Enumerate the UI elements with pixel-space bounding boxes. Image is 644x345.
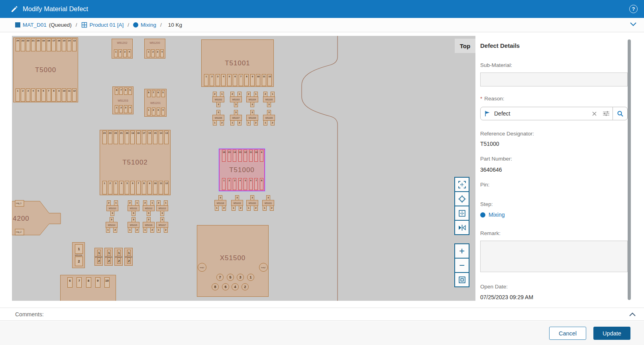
pcb-component-W51018[interactable]: W51018312 [214,195,226,211]
pcb-component-4200[interactable]: mtg_1mtg_24200 [12,200,64,236]
part-number-value: 3640646 [480,167,502,173]
breadcrumb-quantity: 10 Kg [168,22,182,28]
modify-material-defect-window: Modify Material Defect ? MAT_D01 (Queued… [0,0,644,345]
pcb-component-W51200[interactable]: W512001234 [144,39,165,59]
pcb-canvas[interactable]: Top + − T5000242322212019181716151413123 [12,36,475,301]
step-link[interactable]: Mixing [489,212,505,218]
pcb-component-W51015[interactable]: W51015312 [128,217,139,233]
pcb-component-W51102[interactable]: 12W51102 [114,248,123,266]
pcb-component-W51020[interactable]: W51020312 [246,195,258,211]
breadcrumb: MAT_D01 (Queued) / Product 01 [A] / Mixi… [0,18,644,32]
step-icon [133,22,138,27]
pcb-component-W51101[interactable]: 12W51101 [104,248,113,266]
search-icon [617,110,624,117]
zoom-out-button[interactable]: − [454,258,469,273]
zoom-in-button[interactable]: + [454,243,469,259]
pcb-component-W51201[interactable]: W5120187651234 [144,89,167,117]
pcb-component-W51203[interactable]: W5120387651234 [112,86,134,114]
pcb-component-W51104[interactable]: 12W51104 [72,242,85,268]
minus-icon: − [459,261,465,270]
pcb-component-W51003[interactable]: W51003213 [230,92,242,107]
pan-view-icon [458,209,466,218]
comments-section[interactable]: Comments: [0,308,644,321]
view-side-tab[interactable]: Top [455,39,475,53]
breadcrumb-product-link[interactable]: Product 01 [A] [90,22,124,28]
comments-label: Comments: [15,311,44,318]
pcb-component-W51013[interactable]: W51013213 [156,200,168,216]
mirror-view-button[interactable] [454,220,469,235]
fit-view-button[interactable] [454,177,469,192]
pcb-component-W51103[interactable]: 12W51103 [124,248,133,266]
remark-textarea[interactable] [480,241,628,272]
svg-text:4200: 4200 [13,215,29,222]
reason-combobox[interactable]: Defect [480,107,628,120]
pcb-component-X51500[interactable]: X51500body1body275318642 [197,225,269,297]
svg-text:mtg_2: mtg_2 [16,231,22,233]
step-value: Mixing [480,212,505,218]
pcb-component-T51000[interactable]: T5100016151413121110912345678 [219,149,265,191]
material-icon [15,22,20,27]
pcb-component-W51007[interactable]: W51007312 [230,110,242,125]
material-status: (Queued) [49,22,72,28]
chevron-down-icon[interactable] [629,22,638,28]
panel-title: Defect Details [480,42,520,49]
title-bar: Modify Material Defect ? [0,0,644,18]
svg-text:mtg_1: mtg_1 [16,202,22,204]
fit-view-icon [458,180,466,189]
page-title: Modify Material Defect [23,5,88,13]
breadcrumb-material-link[interactable]: MAT_D01 [23,22,47,28]
pcb-component-W51202[interactable]: W512021234 [112,39,133,59]
pcb-component-W51004[interactable]: W51004213 [246,92,258,107]
pcb-component-W51017[interactable]: W51017312 [156,217,168,233]
step-icon [480,212,485,218]
part-number-label: Part Number: [480,156,512,162]
pcb-component-W51010[interactable]: W51010213 [106,200,118,216]
pcb-component-T51001[interactable]: T51001123456789101112 [201,39,274,87]
panel-scrollbar[interactable] [628,39,631,300]
step-label: Step: [480,201,493,207]
filter-icon[interactable] [603,110,610,117]
center-target-icon [458,195,466,203]
pan-view-button[interactable] [454,206,469,221]
breadcrumb-separator: / [128,22,129,28]
canvas-toolbar-zoom: + − [454,243,469,287]
pcb-component-W51011[interactable]: W51011213 [128,200,139,216]
pcb-component-W51005[interactable]: W51005213 [263,92,275,107]
pcb-component-T5000[interactable]: T500024232221201918171615141312345678910… [13,37,78,102]
pcb-component-W51012[interactable]: W51012213 [143,200,155,216]
product-icon [81,22,87,28]
pcb-component-W51019[interactable]: W51019312 [231,195,243,211]
breadcrumb-step-link[interactable]: Mixing [141,22,156,28]
pcb-component-W51008[interactable]: W51008312 [246,110,258,125]
zoom-reset-icon [458,276,466,284]
sub-material-label: Sub-Material: [480,62,512,68]
plus-icon: + [459,246,465,256]
sub-material-input[interactable] [480,73,628,86]
pin-label: Pin: [480,182,489,188]
zoom-reset-button[interactable] [454,272,469,287]
pcb-component-conn5[interactable]: 678910 [60,275,116,301]
search-button[interactable] [613,107,627,120]
reference-designator-label: Reference Designator: [480,131,534,137]
open-date-value: 07/25/2023 09:29 AM [480,294,533,300]
pcb-component-T51002[interactable]: T510022423222120191817161514131234567891… [100,130,171,195]
pcb-component-W51016[interactable]: W51016312 [143,217,155,233]
canvas-toolbar-view [454,177,469,235]
flag-icon [484,110,491,117]
pcb-component-W51006[interactable]: W51006312 [212,110,224,125]
clear-icon[interactable] [592,111,597,116]
reason-value: Defect [494,110,589,117]
help-icon[interactable]: ? [629,5,638,13]
pcb-component-W51002[interactable]: W51002213 [212,92,224,107]
pcb-component-W51014[interactable]: W51014312 [106,217,118,233]
center-selection-button[interactable] [454,191,469,206]
pcb-component-W51100[interactable]: 12W51100 [94,248,103,266]
reference-designator-value: T51000 [480,141,499,147]
cancel-button[interactable]: Cancel [549,327,586,340]
update-button[interactable]: Update [593,327,630,340]
pcb-component-W51009[interactable]: W51009312 [263,110,275,125]
chevron-up-icon[interactable] [628,312,637,317]
pcb-component-W51021[interactable]: W51021312 [262,195,274,211]
breadcrumb-separator: / [160,22,162,28]
footer-bar: Cancel Update [0,321,644,345]
